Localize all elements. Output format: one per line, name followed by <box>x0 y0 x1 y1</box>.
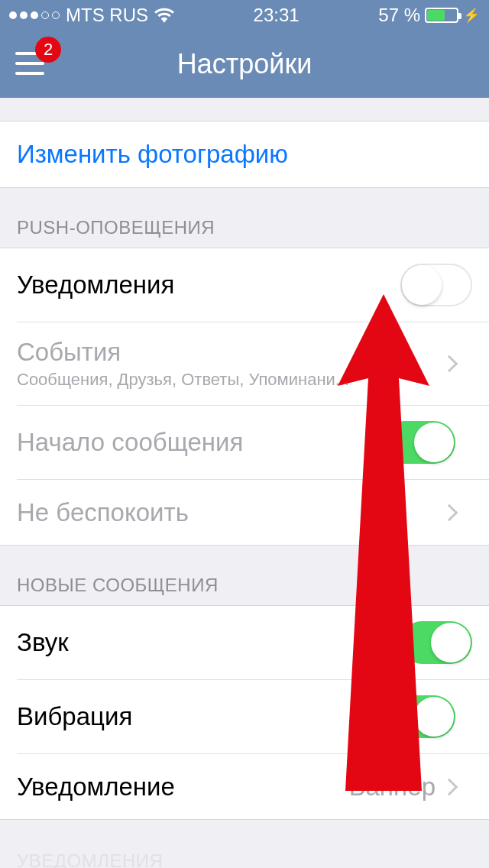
sound-row[interactable]: Звук <box>0 606 489 679</box>
notification-style-label: Уведомление <box>17 772 175 802</box>
sound-label: Звук <box>17 628 69 657</box>
status-bar: MTS RUS 23:31 57 % ⚡ <box>0 0 489 31</box>
events-row[interactable]: События Сообщения, Друзья, Ответы, Упоми… <box>17 322 489 405</box>
notifications-toggle[interactable] <box>400 264 472 306</box>
message-preview-label: Начало сообщения <box>17 428 243 457</box>
events-label: События <box>17 338 349 367</box>
message-preview-toggle[interactable] <box>384 421 455 464</box>
change-photo-link[interactable]: Изменить фотографию <box>0 121 489 187</box>
battery-icon <box>425 8 458 23</box>
chevron-icon <box>441 778 458 795</box>
chevron-icon <box>441 504 458 521</box>
notification-style-row[interactable]: Уведомление Баннер <box>17 753 489 819</box>
dnd-label: Не беспокоить <box>17 498 189 527</box>
notifications-row[interactable]: Уведомления <box>0 248 489 322</box>
notification-style-value: Баннер <box>349 772 436 802</box>
change-photo-section: Изменить фотографию <box>0 121 489 188</box>
wifi-icon <box>154 8 174 23</box>
new-msgs-section-header: НОВЫЕ СООБЩЕНИЯ <box>0 546 489 605</box>
nav-bar: 2 Настройки <box>0 31 489 98</box>
events-sublabel: Сообщения, Друзья, Ответы, Упоминани... <box>17 370 349 390</box>
message-preview-row[interactable]: Начало сообщения <box>17 405 489 479</box>
menu-badge: 2 <box>35 37 61 63</box>
chevron-icon <box>441 355 458 373</box>
signal-icon <box>9 11 60 19</box>
charging-icon: ⚡ <box>463 7 480 24</box>
new-msgs-section: Звук Вибрация Уведомление Баннер <box>0 605 489 820</box>
dnd-row[interactable]: Не беспокоить <box>17 479 489 545</box>
sound-toggle[interactable] <box>400 621 472 664</box>
bottom-section-header: УВЕДОМЛЕНИЯ <box>0 820 489 868</box>
push-section-header: PUSH-ОПОВЕЩЕНИЯ <box>0 188 489 248</box>
vibration-toggle[interactable] <box>384 695 455 738</box>
carrier-label: MTS RUS <box>66 5 148 26</box>
notifications-label: Уведомления <box>17 270 174 300</box>
page-title: Настройки <box>177 48 313 80</box>
status-right: 57 % ⚡ <box>378 5 480 26</box>
push-section: Уведомления События Сообщения, Друзья, О… <box>0 248 489 546</box>
time-label: 23:31 <box>254 5 300 26</box>
vibration-label: Вибрация <box>17 702 132 731</box>
battery-pct-label: 57 % <box>378 5 420 26</box>
status-left: MTS RUS <box>9 5 174 26</box>
vibration-row[interactable]: Вибрация <box>17 679 489 753</box>
